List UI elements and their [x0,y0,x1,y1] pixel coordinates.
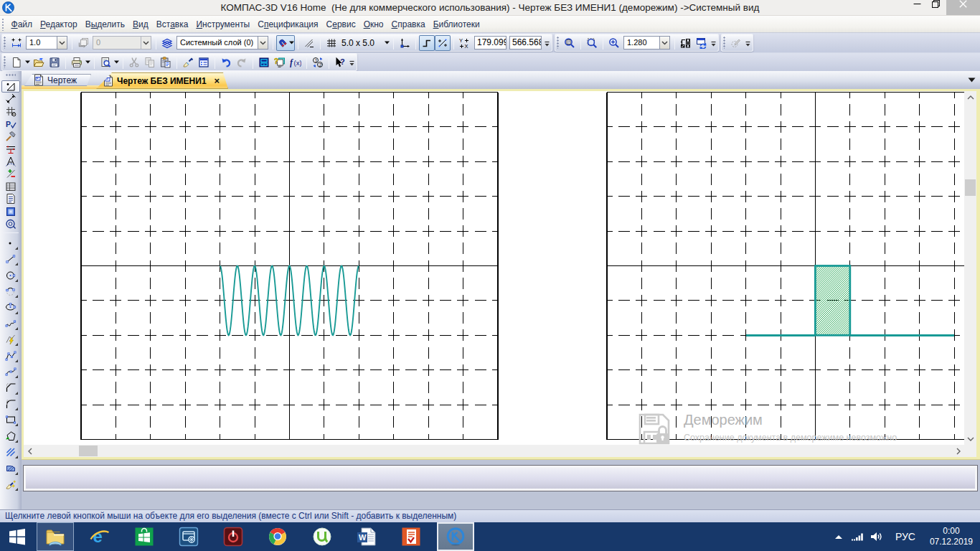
segment-tool-icon[interactable] [1,251,20,267]
continuous-input-tool-icon[interactable] [1,316,20,331]
menu-item-10[interactable]: Библиотеки [429,17,484,32]
toolbar-overflow-icon[interactable] [348,55,356,71]
variables-icon[interactable]: ? [272,55,288,70]
drawing-canvas[interactable]: Деморежим Сохранение документа в демореж… [24,91,976,457]
local-cs-icon[interactable] [397,35,413,51]
grid-dropdown-icon[interactable] [384,35,390,51]
toolbar-grip[interactable] [4,37,7,49]
vertical-scrollbar[interactable] [964,91,976,445]
toolbar-overflow-icon[interactable] [744,36,752,52]
tray-clock[interactable]: 0:00 07.12.2019 [930,526,973,547]
ellipse-tool-icon[interactable] [1,299,20,315]
current-view-icon[interactable] [75,35,91,51]
tab-chertezh-bez-imeni1[interactable]: Чертеж БЕЗ ИМЕНИ1 × [96,72,228,89]
toolbar-grip[interactable] [4,56,7,68]
macro-icon[interactable] [1,217,20,230]
polyline-tool-icon[interactable] [1,347,20,363]
vertical-scrollbar-thumb[interactable] [965,179,976,196]
rectangle-tool-icon[interactable] [1,412,20,428]
save-icon[interactable] [47,55,62,70]
menu-item-8[interactable]: Окно [359,17,387,32]
kompas-viewer-taskbar-button[interactable] [392,522,430,551]
cut-icon[interactable] [126,55,142,70]
undo-icon[interactable] [218,55,234,70]
cursor-step-combo-dropdown-icon[interactable] [57,36,67,50]
copy-icon[interactable] [142,55,158,70]
start-button[interactable] [0,522,34,551]
snaps-magnet-dropdown-icon[interactable] [289,41,294,44]
kompas-3d-taskbar-button[interactable] [437,522,474,551]
renumber-icon[interactable]: 12 [310,55,326,70]
menu-item-3[interactable]: Вид [129,17,153,32]
hatch-tool-icon[interactable] [1,444,20,460]
zoom-scale-combo[interactable]: 1.280 [623,36,670,50]
coord-y-input[interactable]: 566.568 [509,36,542,50]
print-preview-dropdown-icon[interactable] [113,55,120,70]
region-tool-icon[interactable] [1,460,20,476]
rebuild-icon[interactable] [728,35,744,51]
tray-up-icon[interactable] [834,534,843,540]
menu-item-1[interactable]: Редактор [37,17,82,32]
surface-designations-icon[interactable]: Р [1,118,20,130]
insertions-icon[interactable] [1,205,20,217]
dimensions-icon[interactable] [1,93,20,105]
menu-item-7[interactable]: Сервис [322,17,359,32]
bezier-tool-icon[interactable] [1,364,20,380]
current-layer-combo-dropdown-icon[interactable] [258,36,268,50]
scroll-down-icon[interactable] [964,433,976,445]
horizontal-scrollbar-thumb[interactable] [79,446,98,456]
round-off-icon[interactable] [435,35,451,51]
settings-taskbar-button[interactable] [170,522,207,551]
scroll-left-icon[interactable] [24,445,36,457]
redo-icon[interactable] [234,55,250,70]
toolbar-grip[interactable] [723,37,727,49]
scroll-right-icon[interactable] [952,445,964,457]
point-tool-icon[interactable] [1,235,20,251]
new-document-icon[interactable] [9,55,24,70]
show-all-icon[interactable] [678,35,694,51]
zoom-in-icon[interactable] [606,35,622,51]
help-pointer-icon[interactable]: ? [332,55,348,70]
arc-tool-icon[interactable] [1,283,20,299]
grid-icon[interactable] [324,35,339,51]
word-taskbar-button[interactable]: W [348,522,385,551]
editing-icon[interactable] [1,131,20,143]
print-preview-icon[interactable] [98,55,113,70]
circle-tool-icon[interactable] [1,267,20,283]
copy-properties-icon[interactable] [180,55,196,70]
scroll-up-icon[interactable] [964,91,976,103]
restore-button[interactable] [925,0,946,15]
geometry-icon[interactable] [1,80,20,93]
toolbar-overflow-icon[interactable] [543,36,551,52]
specification-icon[interactable] [1,180,20,192]
fill-color-tool-icon[interactable] [1,476,20,492]
collect-contour-tool-icon[interactable] [1,428,20,443]
snaps-magnet-icon[interactable] [276,35,295,51]
angle-snap-icon[interactable] [301,35,317,51]
menu-item-9[interactable]: Справка [387,17,429,32]
open-icon[interactable] [31,55,47,70]
signal-icon[interactable] [852,532,864,542]
internet-explorer-taskbar-button[interactable]: e [81,522,118,551]
power-taskbar-button[interactable] [215,522,252,551]
menu-item-2[interactable]: Выделить [81,17,128,32]
fillet-tool-icon[interactable] [1,396,20,412]
zoom-scale-combo-dropdown-icon[interactable] [659,36,670,50]
compact-panel-grip[interactable] [6,74,16,79]
coord-x-input[interactable]: 179.099 [474,36,507,50]
menu-item-5[interactable]: Инструменты [192,17,254,32]
parameterization-icon[interactable] [1,143,20,155]
chamfer-tool-icon[interactable] [1,380,20,395]
tab-chertezh[interactable]: Чертеж [24,74,91,86]
xy-coords-icon[interactable]: YX [457,35,473,51]
document-manager-icon[interactable] [256,55,272,70]
zoom-pan-icon[interactable] [562,35,578,51]
print-dropdown-icon[interactable] [85,55,91,70]
horizontal-scrollbar[interactable] [24,445,964,457]
menu-item-0[interactable]: Файл [7,17,37,32]
selection-icon[interactable] [1,168,20,180]
toolbar-overflow-icon[interactable] [710,36,717,52]
ortho-mode-icon[interactable] [419,35,435,51]
current-view-combo[interactable]: 0 [93,36,151,50]
reports-icon[interactable] [1,193,20,205]
